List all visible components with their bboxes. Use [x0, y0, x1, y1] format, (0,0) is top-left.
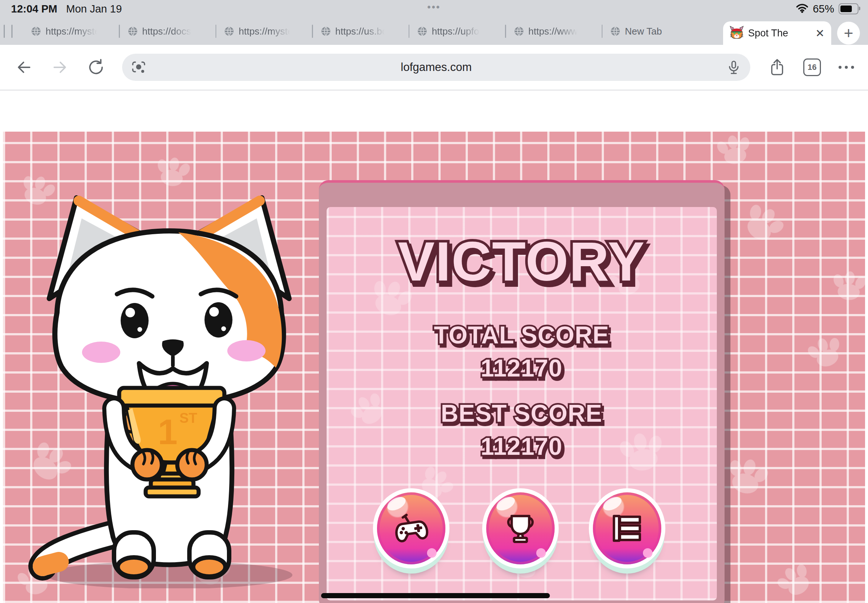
- tab-edge-bar: [11, 25, 12, 38]
- tab-separator: [505, 25, 506, 38]
- tab-4[interactable]: https://us.bo: [319, 18, 402, 45]
- tab-label: New Tab: [625, 26, 662, 37]
- globe-icon: [128, 26, 138, 36]
- victory-title: VICTORY: [398, 230, 645, 292]
- globe-icon: [224, 26, 234, 36]
- new-tab-button[interactable]: +: [837, 22, 860, 45]
- address-bar[interactable]: lofgames.com: [122, 54, 750, 81]
- globe-icon: [31, 26, 41, 36]
- globe-icon: [514, 26, 524, 36]
- globe-icon: [321, 26, 331, 36]
- battery-percent: 65%: [813, 3, 834, 15]
- tab-count-button[interactable]: 16: [803, 59, 821, 76]
- tab-label: https://docs.: [142, 26, 194, 37]
- reload-button[interactable]: [86, 57, 106, 77]
- tab-new-tab[interactable]: New Tab: [609, 18, 692, 45]
- tab-label: https://us.bo: [336, 26, 388, 37]
- globe-icon: [417, 26, 427, 36]
- favicon-cat-icon: [730, 25, 744, 41]
- browser-toolbar: lofgames.com 16: [0, 45, 868, 90]
- tab-separator: [312, 25, 313, 38]
- tab-6[interactable]: https://www.: [512, 18, 596, 45]
- total-score-label: TOTAL SCORE: [434, 322, 610, 349]
- tab-strip: https://myste https://docs. https://myst…: [0, 18, 868, 45]
- tab-separator: [408, 25, 410, 38]
- best-score-label: BEST SCORE: [441, 400, 602, 427]
- forward-button[interactable]: [50, 57, 70, 77]
- tab-separator: [119, 25, 120, 38]
- back-button[interactable]: [14, 57, 34, 77]
- menu-button[interactable]: [593, 492, 661, 564]
- tab-separator: [602, 25, 603, 38]
- cat-mascot: 1 ST: [22, 191, 294, 588]
- tab-1[interactable]: https://myste: [29, 18, 113, 45]
- tab-edge-bar: [4, 25, 5, 38]
- wifi-icon: [796, 3, 808, 14]
- best-score-value: 112170: [481, 433, 563, 460]
- tab-label: https://myste: [239, 26, 293, 37]
- game-canvas: VICTORY VICTORY TOTAL SCORE TOTAL SCORE …: [3, 131, 865, 603]
- total-score-value: 112170: [481, 354, 563, 382]
- trophy-rank-suffix: ST: [179, 410, 198, 426]
- lens-search-icon[interactable]: [130, 59, 147, 76]
- tab-label: https://upfor: [432, 26, 482, 37]
- handle-dots-icon: •••: [0, 2, 868, 13]
- tab-active-spot-the[interactable]: Spot The ✕: [723, 21, 831, 45]
- tab-5[interactable]: https://upfor: [416, 18, 499, 45]
- share-icon[interactable]: [767, 57, 787, 77]
- leaderboard-button[interactable]: [486, 492, 555, 564]
- gamepad-icon: [392, 509, 430, 547]
- globe-icon: [610, 26, 620, 36]
- tab-3[interactable]: https://myste: [223, 18, 306, 45]
- play-button[interactable]: [377, 492, 446, 564]
- overflow-menu-icon[interactable]: [839, 66, 854, 69]
- close-tab-icon[interactable]: ✕: [815, 27, 825, 40]
- url-text: lofgames.com: [147, 61, 725, 74]
- trophy-icon: [501, 509, 540, 547]
- trophy-rank-number: 1: [158, 412, 177, 451]
- tab-count: 16: [808, 62, 817, 72]
- tab-separator: [215, 25, 217, 38]
- tab-label: https://www.: [529, 26, 580, 37]
- active-tab-title: Spot The: [748, 28, 811, 39]
- list-icon: [608, 509, 646, 547]
- tab-2[interactable]: https://docs.: [126, 18, 209, 45]
- bottom-progress-bar: [321, 593, 550, 598]
- status-bar: 12:04 PM Mon Jan 19 ••• 65%: [0, 0, 868, 18]
- tab-label: https://myste: [46, 26, 100, 37]
- browser-chrome: 12:04 PM Mon Jan 19 ••• 65% https:: [0, 0, 868, 45]
- battery-icon: [839, 3, 859, 14]
- microphone-icon[interactable]: [725, 60, 742, 75]
